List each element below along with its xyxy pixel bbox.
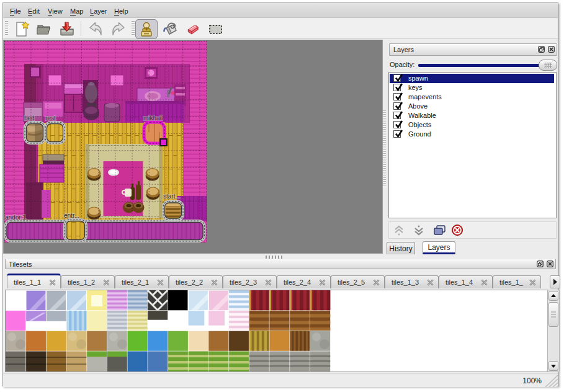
svg-text:entr...: entr...	[64, 212, 79, 219]
svg-text:mikhail: mikhail	[143, 115, 163, 122]
svg-text:andor:1: andor:1	[5, 214, 26, 221]
svg-text:rest: rest	[45, 115, 56, 122]
svg-text:bed: bed	[24, 115, 35, 122]
svg-text:start...: start...	[163, 193, 181, 200]
